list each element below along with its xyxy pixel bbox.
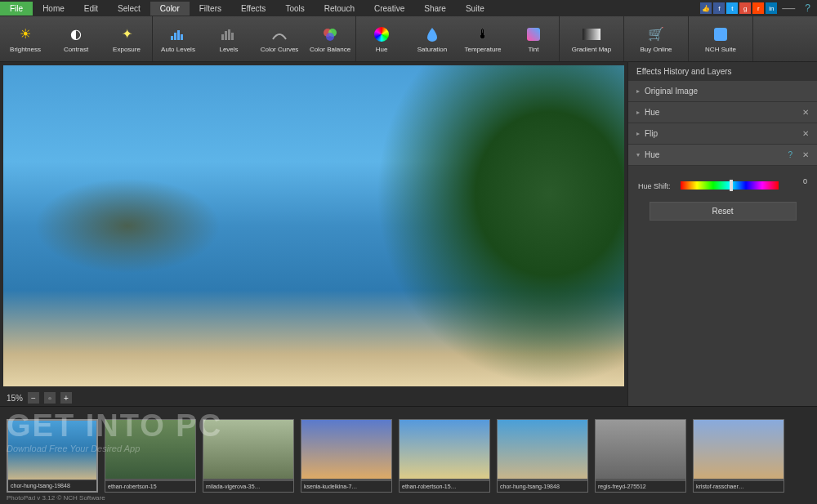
exposure-button[interactable]: ✦Exposure xyxy=(101,16,152,61)
menubar-right: 👍 f t g r in — ? xyxy=(700,1,817,16)
exposure-icon: ✦ xyxy=(118,25,136,43)
thumbnail[interactable]: chor-hung-tsang-19848 xyxy=(7,419,98,493)
twitter-icon[interactable]: t xyxy=(726,2,738,14)
saturation-icon xyxy=(423,25,441,43)
svg-rect-5 xyxy=(225,31,227,40)
menu-creative[interactable]: Creative xyxy=(364,2,414,16)
close-icon[interactable]: ✕ xyxy=(802,129,809,138)
main-area: 15% − ▫ + Effects History and Layers ▸Or… xyxy=(0,62,817,406)
color-curves-button[interactable]: Color Curves xyxy=(254,16,305,61)
layer-hue-expanded[interactable]: ▾Hue?✕ xyxy=(628,145,817,166)
menu-retouch[interactable]: Retouch xyxy=(315,2,364,16)
thumbnail[interactable]: ethan-robertson-15… xyxy=(399,419,490,493)
levels-button[interactable]: Levels xyxy=(203,16,254,61)
svg-rect-7 xyxy=(231,33,234,40)
help-icon[interactable]: ? xyxy=(788,150,792,159)
linkedin-icon[interactable]: in xyxy=(766,2,777,14)
auto-levels-button[interactable]: Auto Levels xyxy=(153,16,203,61)
menu-edit[interactable]: Edit xyxy=(74,2,108,16)
auto-levels-icon xyxy=(169,25,187,43)
brightness-button[interactable]: ☀Brightness xyxy=(0,16,51,61)
like-icon[interactable]: 👍 xyxy=(700,2,712,14)
thumbnail[interactable]: kristof-rasschaer… xyxy=(693,419,784,493)
nch-suite-button[interactable]: NCH Suite xyxy=(689,16,752,61)
brightness-icon: ☀ xyxy=(16,25,34,43)
menubar: File Home Edit Select Color Filters Effe… xyxy=(0,0,817,16)
zoom-reset-button[interactable]: ▫ xyxy=(44,392,56,404)
svg-rect-0 xyxy=(171,36,173,40)
canvas-area: 15% − ▫ + xyxy=(0,62,627,406)
color-balance-icon xyxy=(321,25,339,43)
panel-title: Effects History and Layers xyxy=(628,62,817,81)
menu-effects[interactable]: Effects xyxy=(231,2,275,16)
temperature-button[interactable]: 🌡Temperature xyxy=(458,16,508,61)
menu-filters[interactable]: Filters xyxy=(190,2,231,16)
hue-value: 0 xyxy=(803,177,807,185)
facebook-icon[interactable]: f xyxy=(713,2,725,14)
thumbnail[interactable]: ksenia-kudelkina-7… xyxy=(301,419,392,493)
thumbnail[interactable]: chor-hung-tsang-19848 xyxy=(497,419,588,493)
svg-rect-2 xyxy=(177,30,180,40)
close-icon[interactable]: ✕ xyxy=(802,150,809,159)
buy-online-button[interactable]: 🛒Buy Online xyxy=(624,16,688,61)
hue-shift-label: Hue Shift: xyxy=(638,182,677,190)
effects-panel: Effects History and Layers ▸Original Ima… xyxy=(627,62,817,406)
menu-home[interactable]: Home xyxy=(33,2,74,16)
curves-icon xyxy=(270,25,288,43)
layer-hue[interactable]: ▸Hue✕ xyxy=(628,102,817,123)
svg-rect-1 xyxy=(174,33,176,40)
gradient-map-button[interactable]: Gradient Map xyxy=(560,16,623,61)
googleplus-icon[interactable]: g xyxy=(739,2,751,14)
reddit-icon[interactable]: r xyxy=(752,2,764,14)
thumbnail[interactable]: ethan-robertson-15 xyxy=(105,419,196,493)
svg-rect-6 xyxy=(228,29,230,40)
chevron-right-icon: ▸ xyxy=(636,130,640,137)
zoom-bar: 15% − ▫ + xyxy=(0,390,627,406)
layer-original[interactable]: ▸Original Image xyxy=(628,81,817,102)
slider-thumb[interactable] xyxy=(730,180,733,191)
chevron-right-icon: ▸ xyxy=(636,109,640,116)
temperature-icon: 🌡 xyxy=(474,25,492,43)
menu-select[interactable]: Select xyxy=(108,2,150,16)
menu-suite[interactable]: Suite xyxy=(456,2,494,16)
svg-rect-4 xyxy=(221,34,224,40)
suite-icon xyxy=(712,25,730,43)
image-canvas[interactable] xyxy=(3,65,624,386)
thumbnail[interactable]: regis-freyd-275512 xyxy=(595,419,686,493)
cart-icon: 🛒 xyxy=(647,25,665,43)
zoom-level: 15% xyxy=(7,394,23,403)
chevron-right-icon: ▸ xyxy=(636,87,640,95)
saturation-button[interactable]: Saturation xyxy=(407,16,458,61)
hue-slider[interactable] xyxy=(681,181,779,190)
thumbnail-strip: chor-hung-tsang-19848 ethan-robertson-15… xyxy=(0,406,817,504)
chevron-down-icon: ▾ xyxy=(636,151,640,158)
zoom-in-button[interactable]: + xyxy=(60,392,72,404)
contrast-icon: ◐ xyxy=(67,25,85,43)
dash-icon: — xyxy=(782,1,795,16)
zoom-out-button[interactable]: − xyxy=(28,392,39,404)
thumbnail[interactable]: milada-vigerova-35… xyxy=(203,419,294,493)
svg-point-10 xyxy=(326,33,334,41)
contrast-button[interactable]: ◐Contrast xyxy=(51,16,101,61)
close-icon[interactable]: ✕ xyxy=(802,108,809,117)
menu-tools[interactable]: Tools xyxy=(275,2,314,16)
levels-icon xyxy=(220,25,238,43)
tint-button[interactable]: Tint xyxy=(508,16,559,61)
color-balance-button[interactable]: Color Balance xyxy=(305,16,355,61)
menu-share[interactable]: Share xyxy=(414,2,456,16)
layer-flip[interactable]: ▸Flip✕ xyxy=(628,123,817,145)
hue-button[interactable]: Hue xyxy=(356,16,407,61)
toolbar: ☀Brightness ◐Contrast ✦Exposure Auto Lev… xyxy=(0,16,817,62)
reset-button[interactable]: Reset xyxy=(650,202,797,221)
gradient-icon xyxy=(583,25,600,43)
hue-icon xyxy=(373,25,391,43)
statusbar: PhotoPad v 3.12 © NCH Software xyxy=(0,493,817,504)
tint-icon xyxy=(525,25,542,43)
menu-color[interactable]: Color xyxy=(150,2,190,16)
svg-rect-3 xyxy=(181,34,183,40)
menu-file[interactable]: File xyxy=(0,2,33,16)
help-icon[interactable]: ? xyxy=(805,2,810,14)
hue-control: Hue Shift: 0 Reset xyxy=(628,166,817,242)
